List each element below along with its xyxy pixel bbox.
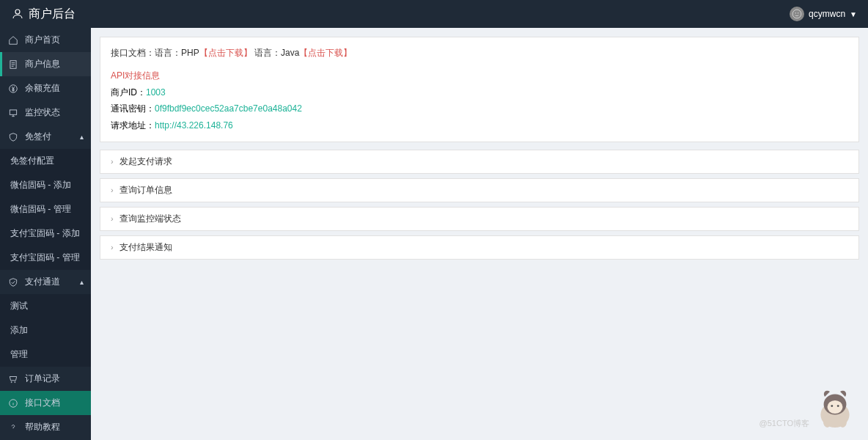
sidebar-item-api-doc[interactable]: 接口文档 (0, 391, 91, 415)
svg-point-3 (798, 12, 798, 13)
secret-row: 通讯密钥：0f9fbdf9ec0cec52aa7cbe7e0a48a042 (111, 100, 848, 117)
main-content: 接口文档：语言：PHP【点击下载】 语言：Java【点击下载】 API对接信息 … (91, 28, 868, 440)
request-url-value[interactable]: http://43.226.148.76 (155, 120, 233, 131)
accordion-query-monitor[interactable]: › 查询监控端状态 (100, 207, 859, 231)
svg-point-13 (823, 415, 831, 428)
shield-icon (7, 132, 19, 142)
sidebar-item-balance[interactable]: 余额充值 (0, 76, 91, 100)
sidebar-item-orders[interactable]: 订单记录 (0, 367, 91, 391)
avatar (790, 7, 804, 21)
merchant-id-value: 1003 (146, 87, 166, 98)
merchant-id-row: 商户ID：1003 (111, 84, 848, 101)
user-menu[interactable]: qcymwcn ▼ (790, 7, 857, 21)
sidebar-item-label: 订单记录 (25, 373, 60, 385)
sidebar-item-label: 帮助教程 (25, 421, 60, 433)
doc-icon (7, 59, 19, 70)
sidebar-sub-item[interactable]: 管理 (0, 342, 91, 367)
user-icon (11, 7, 24, 21)
topbar: 商户后台 qcymwcn ▼ (0, 0, 868, 28)
svg-rect-6 (10, 109, 16, 114)
yen-icon (7, 84, 19, 94)
sidebar-sub-item[interactable]: 微信固码 - 管理 (0, 197, 91, 221)
svg-point-12 (837, 405, 839, 407)
sidebar-sub-item[interactable]: 添加 (0, 318, 91, 342)
info-icon (7, 398, 19, 408)
php-download-link[interactable]: 【点击下载】 (199, 48, 252, 58)
svg-point-14 (839, 415, 847, 428)
sidebar-item-merchant-info[interactable]: 商户信息 (0, 52, 91, 76)
sidebar-sub-item[interactable]: 支付宝固码 - 管理 (0, 246, 91, 270)
sidebar-item-miansign[interactable]: 免签付 ▴ (0, 125, 91, 149)
chevron-up-icon: ▴ (80, 278, 84, 286)
sidebar-item-label: 监控状态 (25, 106, 60, 119)
sidebar-sub-item[interactable]: 支付宝固码 - 添加 (0, 221, 91, 246)
secret-value: 0f9fbdf9ec0cec52aa7cbe7e0a48a042 (155, 103, 302, 114)
help-icon (7, 422, 19, 433)
java-download-link[interactable]: 【点击下载】 (299, 48, 352, 58)
sidebar-sub-channel: 测试 添加 管理 (0, 294, 91, 367)
watermark: @51CTO博客 (760, 418, 809, 429)
svg-point-2 (795, 12, 796, 13)
sidebar-item-home[interactable]: 商户首页 (0, 28, 91, 52)
api-info-title: API对接信息 (111, 67, 848, 84)
accordion-title: 发起支付请求 (119, 155, 172, 168)
sidebar-item-label: 余额充值 (25, 82, 60, 95)
accordion-query-order[interactable]: › 查询订单信息 (100, 178, 859, 202)
monitor-icon (7, 108, 19, 118)
sidebar-item-label: 商户首页 (25, 34, 60, 46)
request-url-row: 请求地址：http://43.226.148.76 (111, 117, 848, 134)
svg-point-1 (792, 10, 801, 18)
mascot-icon[interactable] (809, 381, 861, 433)
accordion-payment-notify[interactable]: › 支付结果通知 (100, 235, 859, 260)
app-title: 商户后台 (29, 7, 76, 22)
sidebar-item-label: 免签付 (25, 131, 51, 143)
doc-download-line: 接口文档：语言：PHP【点击下载】 语言：Java【点击下载】 (111, 45, 848, 62)
sidebar-sub-item[interactable]: 免签付配置 (0, 149, 91, 173)
cart-icon (7, 374, 19, 384)
sidebar-item-label: 商户信息 (25, 58, 60, 70)
check-shield-icon (7, 277, 19, 287)
username: qcymwcn (809, 9, 845, 19)
chevron-right-icon: › (111, 157, 114, 166)
accordion-title: 支付结果通知 (119, 241, 172, 254)
caret-down-icon: ▼ (850, 10, 857, 18)
accordion-payment-request[interactable]: › 发起支付请求 (100, 150, 859, 174)
api-info-panel: 接口文档：语言：PHP【点击下载】 语言：Java【点击下载】 API对接信息 … (100, 37, 859, 142)
accordion-title: 查询订单信息 (119, 184, 172, 197)
logo[interactable]: 商户后台 (11, 7, 76, 22)
chevron-right-icon: › (111, 243, 114, 252)
svg-point-11 (831, 405, 833, 407)
chevron-up-icon: ▴ (80, 133, 84, 141)
sidebar-item-help[interactable]: 帮助教程 (0, 415, 91, 439)
sidebar-sub-item[interactable]: 测试 (0, 294, 91, 318)
sidebar-item-label: 接口文档 (25, 397, 60, 409)
svg-point-0 (15, 10, 20, 14)
sidebar-item-label: 支付通道 (25, 276, 60, 288)
sidebar-sub-miansign: 免签付配置 微信固码 - 添加 微信固码 - 管理 支付宝固码 - 添加 支付宝… (0, 149, 91, 270)
chevron-right-icon: › (111, 186, 114, 194)
chevron-right-icon: › (111, 214, 114, 223)
svg-point-10 (828, 400, 843, 414)
sidebar: 商户首页 商户信息 余额充值 监控状态 免签付 ▴ 免签付配置 微信固码 - 添… (0, 28, 91, 440)
sidebar-sub-item[interactable]: 微信固码 - 添加 (0, 173, 91, 197)
accordion-title: 查询监控端状态 (119, 213, 181, 225)
home-icon (7, 35, 19, 45)
sidebar-item-monitor[interactable]: 监控状态 (0, 100, 91, 125)
sidebar-item-channel[interactable]: 支付通道 ▴ (0, 270, 91, 294)
